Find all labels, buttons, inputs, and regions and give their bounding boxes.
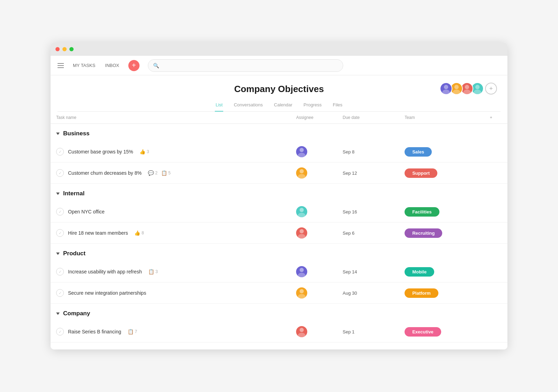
task-meta-like: 👍 3 [140,149,149,154]
team-badge[interactable]: Facilities [405,207,439,217]
assignee-cell [291,321,337,342]
assignee-avatar[interactable] [296,326,307,337]
team-badge[interactable]: Executive [405,327,441,337]
team-badge[interactable]: Support [405,168,437,178]
comment-icon: 💬 [148,170,154,176]
top-nav: MY TASKS INBOX + 🔍 [51,56,507,75]
table-row[interactable]: ✓ Raise Series B financing 📋 7 Sep 1 [51,321,507,342]
table-row[interactable]: ✓ Secure new integration partnerships Au… [51,282,507,304]
meta-count: 2 [155,171,158,175]
task-name-label: Hire 18 new team members [68,230,128,236]
section-label-product: Product [63,250,85,257]
search-bar[interactable]: 🔍 [148,59,343,72]
task-complete-button[interactable]: ✓ [56,169,64,177]
task-complete-button[interactable]: ✓ [56,328,64,336]
table-row[interactable]: ✓ Increase usability with app refresh 📋 … [51,261,507,282]
task-name-cell: ✓ Raise Series B financing 📋 7 [51,321,291,342]
table-row[interactable]: ✓ Hire 18 new team members 👍 8 Sep 6 [51,223,507,244]
assignee-avatar[interactable] [296,227,307,239]
search-input[interactable] [162,63,338,68]
task-meta-subtask: 📋 7 [128,329,137,334]
task-meta-subtask: 📋 5 [161,170,171,176]
assignee-cell [291,282,337,304]
tab-progress[interactable]: Progress [303,99,322,112]
row-add-cell [484,261,507,282]
svg-point-11 [298,174,306,179]
titlebar [51,43,507,56]
section-collapse-company[interactable] [56,312,60,315]
team-badge[interactable]: Mobile [405,267,434,277]
table-row[interactable]: ✓ Open NYC office Sep 16 Facilities [51,201,507,223]
due-date-label: Sep 1 [337,324,399,339]
team-badge[interactable]: Platform [405,288,438,298]
row-add-cell [484,163,507,184]
table-row[interactable]: ✓ Customer churn decreases by 8% 💬 2 📋 5 [51,163,507,184]
svg-point-4 [465,85,469,89]
due-date-cell: Sep 1 [337,321,399,342]
row-add-cell [484,141,507,163]
svg-point-10 [300,169,304,173]
svg-point-5 [463,90,470,95]
section-company[interactable]: Company [51,304,507,320]
tab-files[interactable]: Files [332,99,343,112]
task-meta-subtask: 📋 3 [148,269,158,274]
svg-point-12 [300,208,304,212]
section-collapse-business[interactable] [56,133,60,135]
section-business[interactable]: Business [51,124,507,140]
meta-count: 7 [135,329,137,334]
svg-point-1 [442,90,450,95]
col-assignee: Assignee [291,112,337,124]
svg-point-20 [300,328,304,332]
assignee-avatar[interactable] [296,266,307,277]
section-product[interactable]: Product [51,244,507,260]
assignee-avatar[interactable] [296,206,307,217]
row-add-cell [484,321,507,342]
tab-conversations[interactable]: Conversations [233,99,263,112]
section-collapse-internal[interactable] [56,193,60,195]
avatar-1[interactable] [440,82,452,95]
due-date-cell: Sep 12 [337,163,399,184]
assignee-avatar[interactable] [296,287,307,299]
task-meta-group: 👍 8 [134,230,144,236]
svg-point-3 [453,90,460,95]
team-cell: Platform [399,282,484,304]
task-complete-button[interactable]: ✓ [56,148,64,156]
task-name-cell: ✓ Secure new integration partnerships [51,282,291,304]
team-cell: Sales [399,141,484,163]
assignee-avatar[interactable] [296,146,307,157]
tab-calendar[interactable]: Calendar [273,99,293,112]
minimize-button[interactable] [62,47,67,51]
tab-list[interactable]: List [215,99,223,112]
add-task-button[interactable]: + [128,60,140,71]
svg-point-6 [475,85,480,89]
svg-point-13 [298,213,306,217]
assignee-cell [291,223,337,244]
team-badge[interactable]: Recruiting [405,228,442,238]
view-tabs: List Conversations Calendar Progress Fil… [58,99,500,112]
team-badge[interactable]: Sales [405,147,432,157]
table-row[interactable]: ✓ Customer base grows by 15% 👍 3 Sep 8 [51,141,507,163]
svg-point-17 [298,273,306,277]
subtask-icon: 📋 [161,170,167,176]
add-member-button[interactable]: + [485,83,497,95]
close-button[interactable] [55,47,60,51]
due-date-cell: Sep 14 [337,261,399,282]
task-name-label: Customer churn decreases by 8% [68,170,142,176]
maximize-button[interactable] [69,47,74,51]
section-collapse-product[interactable] [56,252,60,255]
svg-point-7 [474,90,481,95]
task-complete-button[interactable]: ✓ [56,208,64,216]
meta-count: 3 [156,269,158,274]
team-cell: Support [399,163,484,184]
menu-icon[interactable] [58,63,64,68]
inbox-link[interactable]: INBOX [104,61,120,69]
my-tasks-link[interactable]: MY TASKS [72,61,96,69]
task-complete-button[interactable]: ✓ [56,268,64,276]
task-complete-button[interactable]: ✓ [56,229,64,237]
team-cell: Mobile [399,261,484,282]
page-title: Company Objectives [58,84,500,95]
add-column-button[interactable]: + [484,112,507,124]
assignee-avatar[interactable] [296,167,307,179]
section-internal[interactable]: Internal [51,184,507,200]
task-complete-button[interactable]: ✓ [56,289,64,297]
